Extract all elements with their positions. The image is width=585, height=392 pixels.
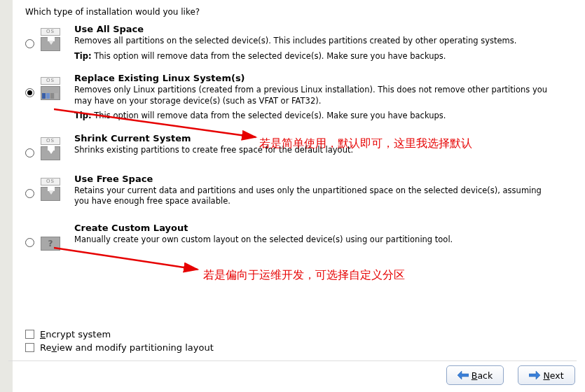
arrow-right-icon [529, 371, 540, 379]
checkbox-label: Encrypt system [40, 329, 111, 340]
separator [8, 360, 577, 361]
arrow-left-icon [457, 371, 469, 379]
checkbox-icon[interactable] [25, 330, 34, 339]
option-replace-existing[interactable]: OS Replace Existing Linux System(s) Remo… [25, 73, 558, 122]
option-create-custom[interactable]: ? Create Custom Layout Manually create y… [25, 223, 558, 262]
back-label: Back [472, 370, 493, 381]
disk-icon: OS [41, 28, 62, 53]
option-title: Use Free Space [74, 174, 558, 184]
annotation-text: 若是偏向于运维开发，可选择自定义分区 [203, 268, 405, 283]
radio-shrink-current[interactable] [25, 148, 34, 158]
option-title: Replace Existing Linux System(s) [74, 73, 558, 83]
option-desc: Manually create your own custom layout o… [74, 234, 558, 246]
left-sidebar [0, 0, 13, 392]
radio-replace-existing[interactable] [25, 88, 34, 97]
back-button[interactable]: Back [446, 365, 504, 385]
disk-icon: OS [41, 77, 62, 102]
checkbox-review-modify[interactable]: Review and modify partitioning layout [25, 342, 214, 353]
option-tip: Tip: This option will remove data from t… [74, 51, 558, 62]
option-desc: Retains your current data and partitions… [74, 186, 558, 207]
annotation-text: 若是简单使用，默认即可，这里我选择默认 [259, 136, 472, 151]
disk-icon: ? [41, 237, 62, 262]
option-tip: Tip: This option will remove data from t… [74, 111, 558, 122]
disk-icon: OS [41, 137, 62, 162]
checkbox-encrypt-system[interactable]: Encrypt system [25, 329, 214, 340]
option-use-free-space[interactable]: OS Use Free Space Retains your current d… [25, 174, 558, 211]
next-label: Next [543, 370, 563, 381]
next-button[interactable]: Next [518, 365, 575, 385]
radio-use-free-space[interactable] [25, 189, 34, 198]
option-desc: Removes only Linux partitions (created f… [74, 85, 558, 106]
page-title: Which type of installation would you lik… [25, 7, 572, 17]
option-use-all-space[interactable]: OS Use All Space Removes all partitions … [25, 24, 558, 62]
disk-icon: OS [41, 178, 62, 203]
option-title: Create Custom Layout [74, 223, 558, 233]
option-title: Use All Space [74, 24, 558, 34]
checkbox-label: Review and modify partitioning layout [40, 342, 214, 353]
radio-create-custom[interactable] [25, 238, 34, 247]
radio-use-all-space[interactable] [25, 39, 34, 48]
option-desc: Removes all partitions on the selected d… [74, 36, 558, 47]
checkbox-icon[interactable] [25, 343, 34, 352]
